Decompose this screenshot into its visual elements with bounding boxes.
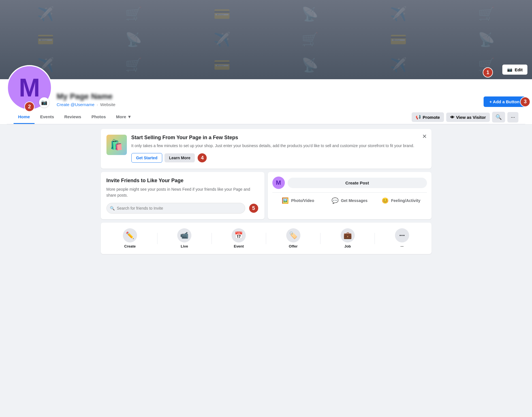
selling-content: Start Selling From Your Page in a Few St…: [131, 135, 426, 163]
view-visitor-label: View as Visitor: [456, 115, 486, 120]
camera-icon: 📷: [507, 67, 512, 72]
search-friends-input[interactable]: [106, 203, 245, 214]
add-button-label: + Add a Button: [489, 99, 520, 104]
search-friends-wrap: 🔍: [106, 203, 245, 214]
feeling-activity-action[interactable]: 😊 Feeling/Activity: [375, 195, 427, 206]
feeling-label: Feeling/Activity: [391, 198, 420, 203]
invite-title: Invite Friends to Like Your Page: [106, 178, 259, 184]
post-card: M Create Post 🖼️ Photo/Video 💬 Get Messa…: [268, 172, 431, 219]
more-label: ···: [401, 244, 404, 248]
emoji-icon: 😊: [382, 197, 389, 204]
create-username-link[interactable]: Create @Username: [57, 102, 95, 107]
camera-icon: 📷: [41, 99, 47, 106]
profile-actions: + Add a Button 3: [484, 96, 525, 110]
photo-icon: 🖼️: [282, 197, 289, 204]
event-icon: 📅: [232, 228, 246, 242]
cover-pattern: ✈️🛒💳📡✈️🛒 💳📡✈️🛒💳📡 ✈️🛒💳📡✈️🛒: [0, 0, 532, 79]
more-icon: ···: [395, 228, 409, 242]
event-label: Event: [234, 244, 244, 248]
more-action[interactable]: ··· ···: [377, 226, 427, 251]
step-4-badge: 4: [197, 153, 207, 163]
profile-section: M 📷 2 My Page Name Create @Username · We…: [0, 79, 532, 124]
separator: ·: [97, 102, 98, 107]
create-label: Create: [124, 244, 136, 248]
profile-info: My Page Name Create @Username · Website: [57, 92, 479, 110]
live-action[interactable]: 📹 Live: [160, 226, 209, 251]
job-action[interactable]: 💼 Job: [323, 226, 372, 251]
search-icon: 🔍: [495, 114, 502, 120]
selling-icon: 🛍️: [106, 135, 127, 155]
view-visitor-button[interactable]: 👁 View as Visitor: [446, 113, 490, 122]
cover-photo: ✈️🛒💳📡✈️🛒 💳📡✈️🛒💳📡 ✈️🛒💳📡✈️🛒 1 📷 Edit: [0, 0, 532, 79]
get-messages-label: Get Messages: [341, 198, 368, 203]
avatar-camera-button[interactable]: 📷: [39, 97, 49, 108]
offer-action[interactable]: 🏷️ Offer: [268, 226, 318, 251]
promote-label: Promote: [423, 115, 440, 120]
eye-icon: 👁: [450, 115, 454, 120]
ellipsis-icon: ···: [511, 114, 515, 120]
invite-card: Invite Friends to Like Your Page More pe…: [101, 172, 264, 219]
nav-tabs: Home Events Reviews Photos More ▼: [14, 110, 136, 124]
divider-2: [211, 233, 212, 244]
search-icon: 🔍: [110, 206, 115, 210]
live-icon: 📹: [177, 228, 191, 242]
job-icon: 💼: [341, 228, 355, 242]
step-1-badge: 1: [483, 67, 493, 78]
chevron-down-icon: ▼: [127, 114, 132, 119]
create-post-button[interactable]: Create Post: [288, 178, 427, 188]
offer-label: Offer: [289, 244, 298, 248]
avatar-wrap: M 📷 2: [7, 65, 52, 110]
divider-4: [320, 233, 321, 244]
photo-video-label: Photo/Video: [291, 198, 314, 203]
step-3-badge: 3: [520, 97, 530, 107]
website-link[interactable]: Website: [100, 102, 116, 107]
step-5-badge: 5: [249, 203, 259, 213]
messenger-icon: 💬: [332, 197, 339, 204]
divider-3: [266, 233, 266, 244]
learn-more-button[interactable]: Learn More: [164, 153, 195, 162]
page-name: My Page Name: [57, 92, 479, 101]
search-button[interactable]: 🔍: [492, 112, 505, 122]
create-action[interactable]: ✏️ Create: [105, 226, 155, 251]
search-row: 🔍 5: [106, 203, 259, 214]
cover-edit-button[interactable]: 📷 Edit: [502, 65, 527, 75]
tab-more[interactable]: More ▼: [112, 110, 136, 124]
live-label: Live: [181, 244, 188, 248]
close-button[interactable]: ✕: [422, 134, 427, 139]
divider: [157, 233, 157, 244]
event-action[interactable]: 📅 Event: [214, 226, 264, 251]
add-button-btn[interactable]: + Add a Button 3: [484, 96, 525, 107]
nav-section: Home Events Reviews Photos More ▼ 📢 Prom…: [7, 110, 525, 124]
promote-button[interactable]: 📢 Promote: [412, 112, 444, 122]
photo-video-action[interactable]: 🖼️ Photo/Video: [272, 195, 324, 206]
get-started-button[interactable]: Get Started: [131, 153, 162, 163]
tab-events[interactable]: Events: [36, 110, 59, 124]
step-2-badge: 2: [24, 102, 35, 112]
main-content: 🛍️ Start Selling From Your Page in a Few…: [96, 129, 436, 254]
tab-reviews[interactable]: Reviews: [60, 110, 86, 124]
create-icon: ✏️: [123, 228, 137, 242]
megaphone-icon: 📢: [416, 115, 421, 120]
divider-5: [375, 233, 375, 244]
bottom-columns: Invite Friends to Like Your Page More pe…: [101, 172, 431, 219]
tab-photos[interactable]: Photos: [87, 110, 110, 124]
page-meta: Create @Username · Website: [57, 102, 479, 107]
invite-description: More people might see your posts in News…: [106, 186, 259, 198]
more-options-button[interactable]: ···: [507, 112, 518, 122]
selling-description: It only takes a few minutes to set up yo…: [131, 143, 426, 149]
post-top: M Create Post: [272, 177, 427, 189]
post-actions: 🖼️ Photo/Video 💬 Get Messages 😊 Feeling/…: [272, 192, 427, 206]
job-label: Job: [344, 244, 351, 248]
cover-edit-label: Edit: [515, 67, 523, 72]
selling-banner: 🛍️ Start Selling From Your Page in a Few…: [101, 129, 431, 169]
get-messages-action[interactable]: 💬 Get Messages: [324, 195, 375, 206]
offer-icon: 🏷️: [286, 228, 300, 242]
selling-buttons: Get Started Learn More 4: [131, 153, 426, 163]
nav-actions: 📢 Promote 👁 View as Visitor 🔍 ···: [412, 112, 518, 122]
tab-home[interactable]: Home: [14, 110, 35, 124]
bottom-action-bar: ✏️ Create 📹 Live 📅 Event 🏷️ Offer 💼 Job …: [101, 223, 431, 254]
profile-top: M 📷 2 My Page Name Create @Username · We…: [7, 79, 525, 110]
post-avatar: M: [272, 177, 285, 189]
selling-title: Start Selling From Your Page in a Few St…: [131, 135, 426, 141]
